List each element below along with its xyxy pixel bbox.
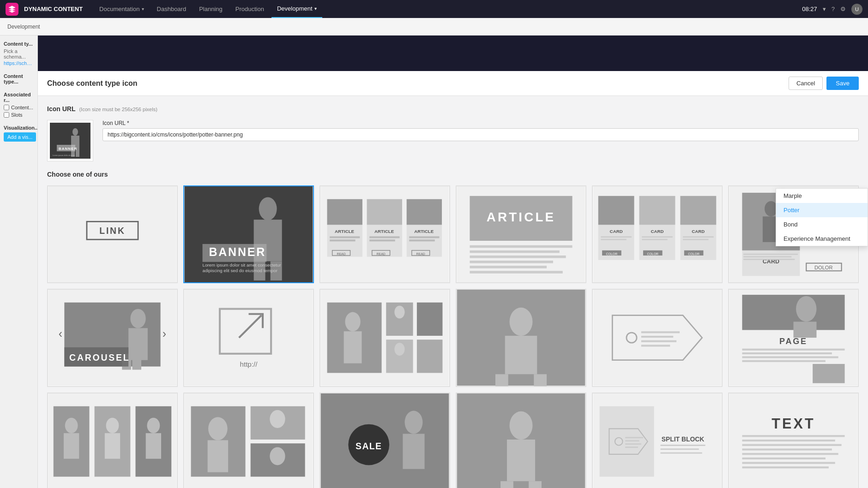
user-avatar[interactable]: U xyxy=(851,4,862,15)
save-button[interactable]: Save xyxy=(826,77,859,90)
svg-rect-36 xyxy=(409,236,439,238)
dropdown-item-potter[interactable]: Potter xyxy=(776,203,868,217)
icon-sale[interactable]: SALE xyxy=(319,393,450,488)
svg-text:CARD: CARD xyxy=(692,229,705,234)
svg-point-138 xyxy=(106,417,119,433)
icon-tag[interactable] xyxy=(592,289,723,387)
svg-rect-83 xyxy=(743,259,795,260)
main-container: Content ty... Pick a schema... https://s… xyxy=(0,36,868,488)
icon-gallery[interactable] xyxy=(319,289,450,387)
svg-rect-160 xyxy=(529,481,542,488)
svg-text:BANNER: BANNER xyxy=(209,245,266,258)
svg-text:COLOR: COLOR xyxy=(647,252,658,256)
url-field-group: Icon URL * xyxy=(102,120,859,141)
content-type-link[interactable]: https://sche... xyxy=(4,60,34,66)
icon-article[interactable]: ARTICLE xyxy=(456,185,586,283)
checkbox-slots: Slots xyxy=(4,112,34,118)
svg-rect-51 xyxy=(470,266,547,268)
icon-article-list[interactable]: ARTICLE ARTICLE ARTICLE xyxy=(319,185,450,283)
icon-split-block[interactable]: SPLIT BLOCK xyxy=(592,393,723,488)
left-panel: Content ty... Pick a schema... https://s… xyxy=(0,36,38,488)
subheader: Development xyxy=(0,18,868,36)
nav-development[interactable]: Development ▾ xyxy=(271,0,322,18)
nav-documentation[interactable]: Documentation ▾ xyxy=(94,0,149,18)
visualization-section: Visualization... Add a vis... xyxy=(4,125,34,142)
help-icon[interactable]: ? xyxy=(832,6,835,12)
svg-rect-33 xyxy=(330,239,356,241)
svg-point-152 xyxy=(405,411,423,434)
svg-rect-146 xyxy=(208,440,228,472)
add-visualization-button[interactable]: Add a vis... xyxy=(4,132,36,142)
svg-rect-63 xyxy=(601,236,632,238)
nav-dashboard[interactable]: Dashboard xyxy=(151,0,192,18)
svg-rect-166 xyxy=(625,443,641,445)
icon-row-3b[interactable] xyxy=(183,393,314,488)
topnav-right: 08:27 ▾ ? ⚙ U xyxy=(802,4,862,15)
svg-rect-48 xyxy=(470,250,559,253)
svg-rect-176 xyxy=(742,444,841,446)
svg-text:›: › xyxy=(163,327,166,340)
svg-rect-142 xyxy=(146,433,161,459)
icon-row-3[interactable] xyxy=(47,393,178,488)
content-type-section: Content ty... Pick a schema... https://s… xyxy=(4,41,34,66)
svg-text:CAROUSEL: CAROUSEL xyxy=(69,352,130,363)
dialog-header: Choose content type icon Cancel Save xyxy=(38,71,868,96)
icon-carousel[interactable]: CAROUSEL ‹ › xyxy=(47,289,178,387)
icon-card-grid[interactable]: CARD CARD CARD COLOR xyxy=(592,185,723,283)
svg-rect-82 xyxy=(743,256,791,257)
svg-text:READ: READ xyxy=(416,252,425,256)
content-type-label-section: Content type... xyxy=(4,73,34,84)
content-type-label: Content ty... xyxy=(4,41,34,47)
svg-text:ARTICLE: ARTICLE xyxy=(335,229,355,234)
dropdown-item-bond[interactable]: Bond xyxy=(776,217,868,232)
icon-link[interactable]: LINK xyxy=(47,185,178,283)
checkbox-slots-input[interactable] xyxy=(4,112,9,118)
svg-text:http://: http:// xyxy=(240,360,258,368)
checkbox-content-input[interactable] xyxy=(4,105,9,110)
svg-rect-120 xyxy=(641,336,673,338)
svg-rect-175 xyxy=(742,439,835,441)
svg-text:adipiscing elit sed do eiusmod: adipiscing elit sed do eiusmod tempor xyxy=(203,268,278,273)
icon-page[interactable]: PAGE xyxy=(728,289,859,387)
svg-rect-165 xyxy=(625,440,639,441)
dropdown-item-marple[interactable]: Marple xyxy=(776,189,868,203)
choose-section-title: Choose one of ours xyxy=(47,171,859,178)
svg-rect-64 xyxy=(601,239,627,240)
svg-rect-180 xyxy=(742,462,835,464)
app-logo[interactable] xyxy=(6,3,18,16)
icon-url-section: Icon URL (Icon size must be 256x256 pixe… xyxy=(47,105,859,161)
svg-rect-169 xyxy=(660,445,705,446)
svg-point-150 xyxy=(270,447,285,465)
svg-point-157 xyxy=(510,411,533,439)
icon-stripe[interactable] xyxy=(456,393,586,488)
nav-planning[interactable]: Planning xyxy=(193,0,228,18)
icon-banner[interactable]: BANNER Lorem ipsum dolor sit amet consec… xyxy=(183,185,314,283)
content-type-label2: Content type... xyxy=(4,73,34,84)
icon-text[interactable]: TEXT xyxy=(728,393,859,488)
icon-url-input[interactable] xyxy=(102,128,859,141)
svg-point-141 xyxy=(147,417,160,433)
svg-text:LINK: LINK xyxy=(99,226,125,236)
svg-rect-181 xyxy=(742,466,828,468)
svg-rect-67 xyxy=(683,236,714,238)
associated-section: Associated r... Content... Slots xyxy=(4,92,34,118)
cancel-button[interactable]: Cancel xyxy=(789,77,823,90)
svg-rect-153 xyxy=(403,434,424,469)
dropdown-item-experience-management[interactable]: Experience Management xyxy=(776,232,868,246)
svg-rect-35 xyxy=(369,239,395,241)
svg-text:Lorem ipsum dolor sit amet: Lorem ipsum dolor sit amet xyxy=(53,154,75,156)
icon-url-row: BANNER Lorem ipsum dolor sit amet Icon U… xyxy=(47,120,859,161)
svg-rect-171 xyxy=(660,452,702,453)
svg-rect-65 xyxy=(642,236,673,238)
svg-rect-66 xyxy=(642,239,668,240)
svg-rect-57 xyxy=(598,196,634,225)
svg-point-90 xyxy=(130,309,145,328)
chevron-down-icon: ▾ xyxy=(142,6,144,12)
icon-external-link[interactable]: http:// xyxy=(183,289,314,387)
icon-image[interactable] xyxy=(456,289,586,387)
settings-icon[interactable]: ⚙ xyxy=(840,6,846,12)
svg-rect-126 xyxy=(794,322,817,338)
svg-text:TEXT: TEXT xyxy=(772,416,815,431)
nav-production[interactable]: Production xyxy=(230,0,270,18)
svg-rect-98 xyxy=(185,290,313,386)
